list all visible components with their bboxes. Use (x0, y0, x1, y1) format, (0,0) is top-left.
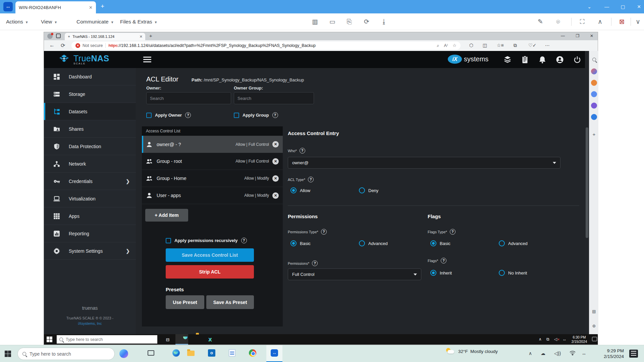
teamviewer-tray-icon[interactable]: ↔ (562, 337, 567, 342)
owner-search-input[interactable] (146, 92, 231, 104)
wifi-icon[interactable] (570, 351, 576, 355)
session-info-icon[interactable]: ▥ (310, 17, 320, 26)
download-icon[interactable]: ⭳ (379, 17, 389, 26)
add-tab-group-icon[interactable]: ⧉ (514, 43, 517, 48)
apply-owner-checkbox[interactable] (146, 113, 152, 118)
edge-url-field[interactable]: ✕ Not secure https ://192.168.1.124/ui/d… (71, 42, 461, 50)
remove-entry-icon[interactable]: ✕ (272, 158, 279, 165)
teamviewer-session-tab[interactable]: WIN-ROIO24BANFH ✕ (15, 1, 96, 13)
add-item-button[interactable]: + Add Item (145, 209, 188, 222)
edge-taskbar-icon[interactable] (172, 349, 182, 359)
back-icon[interactable]: ← (49, 42, 55, 48)
help-icon[interactable]: ? (185, 112, 191, 118)
remote-search-input[interactable] (66, 337, 155, 342)
maximize-button[interactable]: ▢ (615, 0, 631, 13)
refresh-icon[interactable]: ⟳ (61, 42, 65, 49)
titlebar-menu-chevron-icon[interactable]: ⌄ (582, 0, 597, 13)
dashboard-card-icon[interactable]: ▭ (328, 17, 337, 26)
tray-expand-icon[interactable]: ∧ (539, 337, 542, 342)
lock-remote-icon[interactable]: ⊠ (617, 17, 627, 26)
remove-entry-icon[interactable]: ✕ (272, 141, 279, 147)
sidebar-designer-icon[interactable] (591, 68, 597, 74)
help-icon[interactable]: ? (300, 148, 305, 154)
permissions-select[interactable]: Full Control (288, 268, 421, 280)
menu-files-extras[interactable]: Files & Extras▼ (120, 13, 158, 30)
acl-type-allow-radio[interactable]: Allow (290, 187, 310, 193)
sidebar-tools-icon[interactable] (591, 114, 597, 120)
zoom-icon[interactable]: ⌕ (437, 43, 439, 48)
sidebar-item-data-protection[interactable]: Data Protection (44, 138, 136, 155)
new-session-button[interactable]: + (101, 3, 104, 10)
sidebar-item-dashboard[interactable]: Dashboard (44, 68, 136, 85)
menu-communicate[interactable]: Communicate▼ (76, 13, 114, 30)
file-explorer-taskbar-icon[interactable] (187, 349, 197, 359)
acl-type-deny-radio[interactable]: Deny (359, 187, 378, 193)
permissions-type-advanced-radio[interactable]: Advanced (359, 240, 388, 246)
account-icon[interactable] (556, 56, 564, 64)
flags-type-advanced-radio[interactable]: Advanced (499, 240, 528, 246)
save-as-preset-button[interactable]: Save As Preset (206, 295, 254, 309)
sidebar-item-network[interactable]: Network (44, 155, 136, 173)
edge-restore-button[interactable]: ❐ (571, 32, 584, 40)
help-icon[interactable]: ? (441, 258, 446, 263)
remove-entry-icon[interactable]: ✕ (272, 192, 279, 199)
owner-group-search-input[interactable] (234, 92, 314, 104)
sidebar-item-reporting[interactable]: Reporting (44, 225, 136, 242)
flags-no-inherit-radio[interactable]: No Inherit (499, 270, 527, 276)
power-icon[interactable] (573, 56, 581, 64)
help-icon[interactable]: ? (272, 112, 278, 118)
more-menu-icon[interactable]: ∨ (633, 17, 643, 26)
close-button[interactable]: ✕ (631, 0, 644, 13)
sidebar-panel-icon[interactable]: ▤ (591, 308, 597, 314)
outlook-taskbar-icon[interactable]: o (208, 349, 217, 359)
host-clock[interactable]: 9:29 PM 2/15/2024 (590, 348, 624, 359)
help-icon[interactable]: ? (241, 238, 247, 243)
ixsystems-link[interactable]: iXsystems, Inc (44, 321, 136, 325)
sidebar-item-apps[interactable]: Apps (44, 207, 136, 225)
remote-search-box[interactable] (57, 335, 157, 344)
volume-muted-icon[interactable]: ◁✕ (554, 337, 560, 342)
remote-xserver-icon[interactable]: X (204, 334, 216, 345)
jobs-icon[interactable] (521, 56, 529, 64)
copilot-icon[interactable] (119, 349, 129, 359)
menu-hamburger-icon[interactable] (143, 57, 151, 62)
teamviewer-tray-icon[interactable]: ↔ (582, 351, 586, 356)
sidebar-item-datasets[interactable]: Datasets (44, 103, 136, 120)
sidebar-item-system-settings[interactable]: System Settings ❯ (44, 242, 136, 260)
truenas-logo[interactable]: TrueNAS SCALE (58, 54, 109, 65)
edge-tab-truenas[interactable]: ✦ TrueNAS - 192.168.1.124 ✕ (65, 33, 145, 40)
remote-file-explorer-icon[interactable] (190, 334, 202, 345)
network-icon[interactable]: ⧉ (546, 337, 549, 342)
remote-notification-icon[interactable] (592, 337, 597, 341)
alerts-icon[interactable] (538, 56, 546, 64)
save-acl-button[interactable]: Save Access Control List (166, 248, 254, 262)
acl-entry-owner[interactable]: owner@ - ? Allow | Full Control ✕ (142, 136, 283, 153)
help-icon[interactable]: ? (321, 229, 327, 235)
scrollbar-thumb[interactable] (586, 127, 588, 238)
remove-entry-icon[interactable]: ✕ (272, 175, 279, 182)
help-icon[interactable]: ? (450, 229, 455, 235)
favorite-star-icon[interactable]: ☆ (452, 43, 457, 48)
notepad-taskbar-icon[interactable] (229, 349, 238, 359)
sidebar-games-icon[interactable] (591, 103, 597, 109)
remote-clock[interactable]: 6:30 PM 2/15/2024 (568, 335, 590, 344)
task-view-button[interactable] (148, 349, 157, 359)
help-icon[interactable]: ? (308, 177, 314, 182)
sidebar-item-storage[interactable]: Storage (44, 85, 136, 103)
browser-health-icon[interactable]: ♡✓ (528, 43, 536, 48)
fullscreen-icon[interactable]: ⛶ (578, 17, 587, 26)
screenshot-icon[interactable]: ⌾ (553, 17, 563, 26)
edge-close-button[interactable]: ✕ (585, 32, 598, 40)
annotate-icon[interactable]: ✎ (536, 17, 545, 26)
collapse-toolbar-icon[interactable]: ∧ (595, 17, 605, 26)
apply-group-checkbox[interactable] (234, 113, 239, 118)
volume-icon[interactable]: ◁)) (554, 351, 561, 356)
menu-actions[interactable]: Actions▼ (6, 13, 29, 30)
remote-task-view-button[interactable]: ⊟ (161, 334, 174, 345)
strip-acl-button[interactable]: Strip ACL (166, 265, 254, 279)
permissions-type-basic-radio[interactable]: Basic (290, 240, 311, 246)
acl-entry-group-root[interactable]: Group - root Allow | Full Control ✕ (142, 153, 283, 170)
restart-icon[interactable]: ⟳ (362, 17, 371, 26)
split-screen-icon[interactable]: ◫ (483, 43, 487, 48)
onedrive-icon[interactable]: ☁ (541, 351, 545, 356)
